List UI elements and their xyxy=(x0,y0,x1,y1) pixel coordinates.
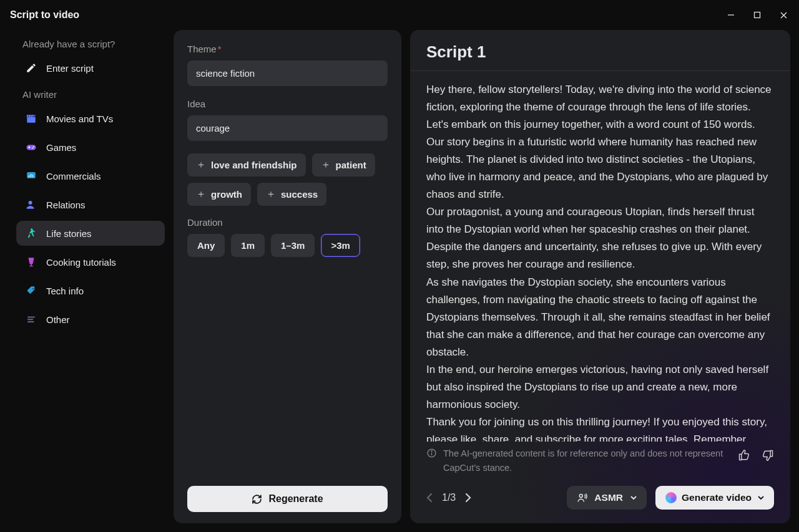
svg-point-11 xyxy=(32,148,33,149)
svg-rect-20 xyxy=(31,263,32,266)
svg-rect-9 xyxy=(27,145,36,150)
presentation-icon xyxy=(25,170,37,182)
thumbs-down-icon[interactable] xyxy=(762,449,774,462)
plus-icon: ＋ xyxy=(266,188,276,201)
gamepad-icon xyxy=(25,141,37,153)
clapper-icon xyxy=(25,112,37,125)
script-body[interactable]: Hey there, fellow storytellers! Today, w… xyxy=(410,71,790,442)
script-title: Script 1 xyxy=(426,42,774,62)
tag-icon xyxy=(25,284,37,297)
voice-icon xyxy=(577,492,588,503)
window-controls xyxy=(725,9,789,21)
disclaimer-row: The AI-generated content is for referenc… xyxy=(410,442,790,475)
svg-point-22 xyxy=(32,288,34,289)
script-paragraph: In the end, our heroine emerges victorio… xyxy=(426,361,774,414)
sidebar-item-life-stories[interactable]: Life stories xyxy=(16,221,165,246)
sidebar-item-label: Games xyxy=(46,142,76,153)
sidebar-item-games[interactable]: Games xyxy=(16,135,165,160)
plus-icon: ＋ xyxy=(196,158,206,172)
next-page-icon[interactable] xyxy=(464,493,471,503)
sidebar-item-label: Cooking tutorials xyxy=(46,257,116,268)
close-icon[interactable] xyxy=(778,9,789,21)
sidebar-item-label: Movies and TVs xyxy=(46,114,113,124)
ai-writer-label: AI writer xyxy=(16,89,165,100)
suggestion-chip[interactable]: ＋growth xyxy=(187,183,251,206)
list-icon xyxy=(25,313,37,326)
sidebar-item-label: Relations xyxy=(46,200,86,210)
svg-point-10 xyxy=(33,146,34,147)
sparkle-icon xyxy=(665,492,677,503)
script-paragraph: Hey there, fellow storytellers! Today, w… xyxy=(426,81,774,133)
duration-1m[interactable]: 1m xyxy=(231,234,265,257)
svg-point-18 xyxy=(29,201,32,205)
svg-rect-21 xyxy=(29,266,33,266)
window-title: Script to video xyxy=(10,9,79,21)
titlebar: Script to video xyxy=(0,0,799,30)
duration-1-3m[interactable]: 1–3m xyxy=(271,234,315,257)
sidebar-prompt: Already have a script? xyxy=(16,39,165,49)
sidebar-item-relations[interactable]: Relations xyxy=(16,192,165,217)
walking-icon xyxy=(25,227,37,239)
plus-icon: ＋ xyxy=(321,158,331,172)
page-indicator: 1/3 xyxy=(442,492,456,503)
sidebar-item-label: Tech info xyxy=(46,286,84,296)
sidebar-item-tech[interactable]: Tech info xyxy=(16,278,165,303)
svg-rect-23 xyxy=(27,317,35,318)
form-panel: Theme* Idea ＋love and friendship ＋patien… xyxy=(174,30,401,523)
voice-select[interactable]: ASMR xyxy=(567,486,647,510)
sidebar-item-commercials[interactable]: Commercials xyxy=(16,163,165,188)
svg-rect-25 xyxy=(27,321,34,322)
pager: 1/3 xyxy=(426,492,471,503)
suggestion-chip[interactable]: ＋love and friendship xyxy=(187,153,306,177)
chevron-down-icon xyxy=(758,496,764,500)
sidebar: Already have a script? Enter script AI w… xyxy=(9,30,165,523)
duration-options: Any 1m 1–3m >3m xyxy=(187,234,388,257)
suggestion-chip[interactable]: ＋success xyxy=(257,183,326,206)
thumbs-up-icon[interactable] xyxy=(738,449,750,462)
svg-rect-24 xyxy=(27,319,33,320)
script-paragraph: Our protagonist, a young and courageous … xyxy=(426,203,774,273)
svg-rect-15 xyxy=(29,175,30,177)
refresh-icon xyxy=(252,494,262,505)
info-icon xyxy=(426,447,437,458)
svg-rect-13 xyxy=(29,147,29,148)
sidebar-item-label: Commercials xyxy=(46,171,101,181)
glass-icon xyxy=(25,256,37,268)
sidebar-item-cooking[interactable]: Cooking tutorials xyxy=(16,249,165,274)
sidebar-item-movies[interactable]: Movies and TVs xyxy=(16,106,165,131)
generate-video-button[interactable]: Generate video xyxy=(655,486,774,510)
suggestion-chip[interactable]: ＋patient xyxy=(312,153,375,177)
duration-any[interactable]: Any xyxy=(187,234,225,257)
sidebar-enter-script[interactable]: Enter script xyxy=(16,56,165,80)
chevron-down-icon xyxy=(630,496,637,500)
disclaimer-text: The AI-generated content is for referenc… xyxy=(443,447,732,475)
svg-rect-1 xyxy=(755,12,760,18)
sidebar-item-label: Enter script xyxy=(46,63,94,74)
pencil-icon xyxy=(25,62,37,74)
idea-input[interactable] xyxy=(187,115,388,141)
duration-label: Duration xyxy=(187,217,388,228)
script-panel: Script 1 Hey there, fellow storytellers!… xyxy=(410,30,790,523)
sidebar-item-label: Life stories xyxy=(46,228,92,239)
script-paragraph: As she navigates the Dystopian society, … xyxy=(426,274,774,361)
sidebar-item-other[interactable]: Other xyxy=(16,307,165,332)
svg-rect-17 xyxy=(32,175,34,177)
plus-icon: ＋ xyxy=(196,188,206,201)
theme-input[interactable] xyxy=(187,60,388,86)
svg-point-28 xyxy=(431,451,432,452)
sidebar-item-label: Other xyxy=(46,314,70,325)
svg-point-29 xyxy=(580,495,583,498)
maximize-icon[interactable] xyxy=(752,9,763,21)
svg-rect-16 xyxy=(31,174,32,177)
minimize-icon[interactable] xyxy=(725,9,737,21)
theme-label: Theme* xyxy=(187,44,388,54)
person-icon xyxy=(25,198,37,211)
prev-page-icon[interactable] xyxy=(426,493,433,503)
script-paragraph: Our story begins in a futuristic world w… xyxy=(426,133,774,203)
duration-3m-plus[interactable]: >3m xyxy=(321,234,360,257)
regenerate-button[interactable]: Regenerate xyxy=(187,486,388,512)
idea-label: Idea xyxy=(187,99,388,109)
script-bottom-bar: 1/3 ASMR xyxy=(410,475,790,512)
suggestion-chips: ＋love and friendship ＋patient ＋growth ＋s… xyxy=(187,153,388,206)
svg-rect-4 xyxy=(27,117,36,123)
